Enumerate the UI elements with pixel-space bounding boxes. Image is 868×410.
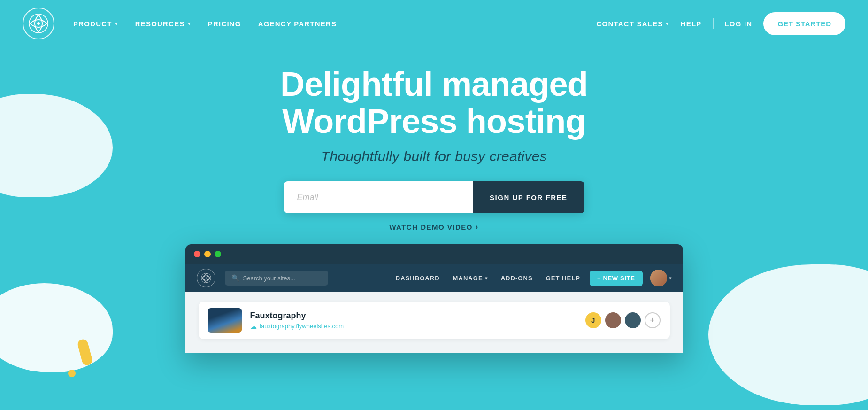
window-close-dot: [194, 251, 200, 257]
site-url-row: ☁ fauxtography.flywheelsites.com: [250, 323, 344, 330]
email-input[interactable]: [284, 181, 473, 213]
nav-contact-sales[interactable]: CONTACT SALES ▾: [596, 20, 669, 28]
site-actions: J +: [585, 312, 661, 328]
nav-login[interactable]: LOG IN: [725, 20, 753, 28]
signup-button[interactable]: SIGN UP FOR FREE: [473, 181, 584, 213]
nav-pricing[interactable]: PRICING: [208, 20, 241, 28]
nav-product[interactable]: PRODUCT ▾: [73, 20, 118, 28]
app-nav-links: DASHBOARD MANAGE ▾ ADD-ONS GET HELP: [396, 275, 580, 282]
app-nav-dashboard[interactable]: DASHBOARD: [396, 275, 440, 282]
svg-point-1: [37, 22, 40, 25]
search-icon: 🔍: [231, 274, 239, 282]
cloud-icon: ☁: [250, 323, 257, 330]
watch-demo-link[interactable]: WATCH DEMO VIDEO ›: [389, 223, 479, 231]
nav-agency-partners[interactable]: AGENCY PARTNERS: [258, 20, 337, 28]
add-collaborator-button[interactable]: +: [645, 312, 661, 328]
app-window-preview: 🔍 Search your sites... DASHBOARD MANAGE …: [185, 244, 683, 353]
collaborator-avatar-1: J: [585, 312, 601, 328]
collaborator-avatar-2: [605, 312, 621, 328]
hero-title: Delightful managed WordPress hosting: [200, 66, 669, 140]
app-nav-addons[interactable]: ADD-ONS: [501, 275, 533, 282]
window-minimize-dot: [204, 251, 211, 257]
signup-form: SIGN UP FOR FREE: [284, 181, 584, 213]
app-navbar: 🔍 Search your sites... DASHBOARD MANAGE …: [185, 264, 683, 292]
avatar-chevron-icon: ▾: [669, 275, 672, 281]
app-search-bar[interactable]: 🔍 Search your sites...: [225, 271, 328, 286]
app-body: Fauxtography ☁ fauxtography.flywheelsite…: [185, 292, 683, 353]
app-logo: [197, 269, 215, 287]
site-row[interactable]: Fauxtography ☁ fauxtography.flywheelsite…: [199, 302, 670, 339]
svg-point-3: [205, 278, 207, 279]
site-info: Fauxtography ☁ fauxtography.flywheelsite…: [250, 311, 344, 330]
nav-help[interactable]: HELP: [681, 20, 702, 28]
app-titlebar: [185, 244, 683, 264]
app-nav-gethelp[interactable]: GET HELP: [546, 275, 580, 282]
hero-subtitle: Thoughtfully built for busy creatives: [321, 148, 547, 164]
window-maximize-dot: [215, 251, 221, 257]
site-name: Fauxtography: [250, 311, 344, 321]
site-url: fauxtography.flywheelsites.com: [260, 323, 344, 330]
chevron-down-icon: ▾: [115, 21, 118, 27]
chevron-right-icon: ›: [476, 223, 479, 231]
user-avatar[interactable]: [650, 270, 667, 286]
app-nav-manage[interactable]: MANAGE ▾: [453, 275, 488, 282]
chevron-down-icon: ▾: [188, 21, 191, 27]
nav-resources[interactable]: RESOURCES ▾: [135, 20, 191, 28]
site-thumbnail: [208, 308, 242, 333]
nav-divider: [713, 18, 714, 29]
logo[interactable]: [23, 8, 54, 39]
new-site-button[interactable]: + NEW SITE: [590, 271, 643, 286]
chevron-down-icon: ▾: [666, 21, 669, 27]
get-started-button[interactable]: GET STARTED: [763, 12, 845, 35]
collaborator-avatar-3: [625, 312, 641, 328]
chevron-down-icon: ▾: [485, 276, 488, 281]
